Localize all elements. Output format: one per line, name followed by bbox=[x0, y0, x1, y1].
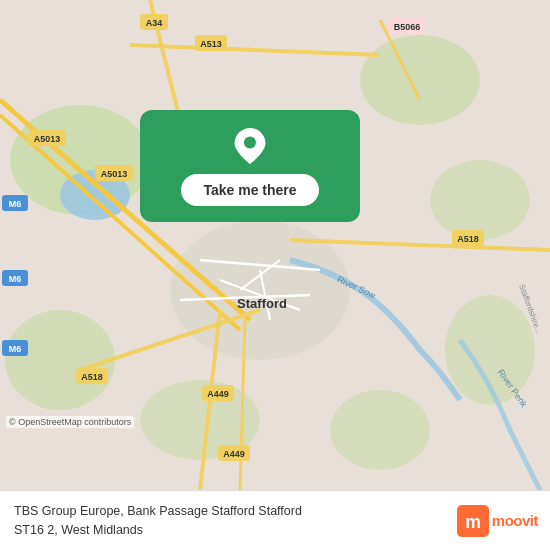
moovit-logo[interactable]: m moovit bbox=[457, 505, 538, 537]
svg-text:A518: A518 bbox=[81, 372, 103, 382]
moovit-icon: m bbox=[457, 505, 489, 537]
svg-text:A5013: A5013 bbox=[34, 134, 61, 144]
address-text: TBS Group Europe, Bank Passage Stafford … bbox=[14, 502, 447, 538]
svg-text:A5013: A5013 bbox=[101, 169, 128, 179]
svg-text:A518: A518 bbox=[457, 234, 479, 244]
moovit-text: moovit bbox=[492, 512, 538, 529]
svg-point-52 bbox=[244, 137, 256, 149]
svg-point-2 bbox=[360, 35, 480, 125]
svg-point-7 bbox=[330, 390, 430, 470]
svg-text:B5066: B5066 bbox=[394, 22, 421, 32]
take-me-there-button[interactable]: Take me there bbox=[181, 174, 318, 206]
svg-text:A449: A449 bbox=[207, 389, 229, 399]
svg-text:M6: M6 bbox=[9, 199, 22, 209]
location-card: Take me there bbox=[140, 110, 360, 222]
svg-point-3 bbox=[430, 160, 530, 240]
location-pin-icon bbox=[232, 128, 268, 164]
svg-text:Stafford: Stafford bbox=[237, 296, 287, 311]
svg-text:M6: M6 bbox=[9, 344, 22, 354]
osm-attribution: © OpenStreetMap contributors bbox=[6, 416, 134, 428]
svg-text:m: m bbox=[465, 512, 481, 532]
svg-text:A34: A34 bbox=[146, 18, 163, 28]
svg-text:A513: A513 bbox=[200, 39, 222, 49]
bottom-bar: TBS Group Europe, Bank Passage Stafford … bbox=[0, 490, 550, 550]
svg-point-4 bbox=[5, 310, 115, 410]
svg-text:A449: A449 bbox=[223, 449, 245, 459]
map-container[interactable]: A34 A513 B5066 A5013 A5013 M6 M6 M6 A518… bbox=[0, 0, 550, 490]
svg-text:M6: M6 bbox=[9, 274, 22, 284]
